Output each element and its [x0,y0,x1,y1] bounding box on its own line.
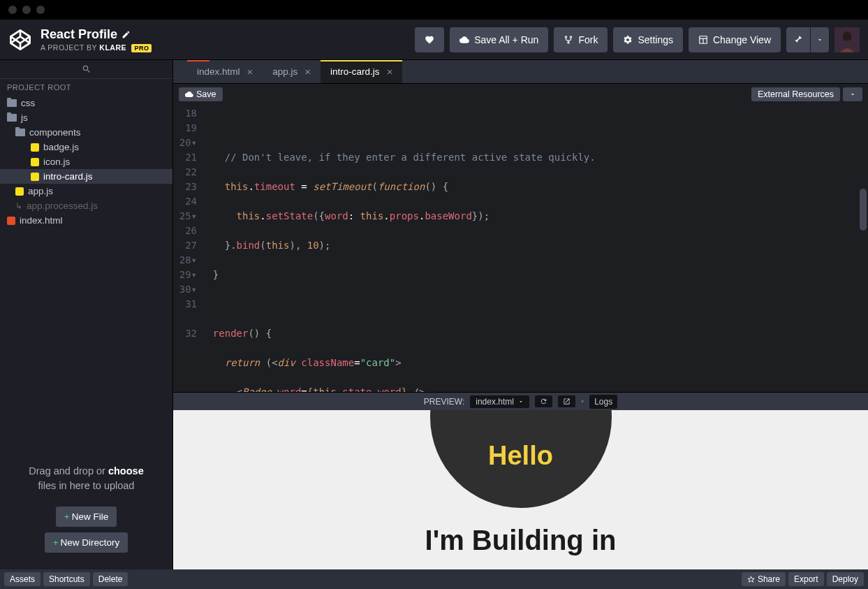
refresh-icon [540,398,547,405]
heart-icon [425,35,434,45]
pin-dropdown[interactable] [811,27,829,52]
file-app-processed-js[interactable]: ↳app.processed.js [0,198,172,213]
folder-icon [7,99,17,107]
project-root-label: PROJECT ROOT [0,79,172,96]
shortcuts-button[interactable]: Shortcuts [43,572,90,586]
traffic-light-close[interactable] [8,6,17,14]
tab-index-html[interactable]: index.html× [187,60,263,83]
project-byline: A PROJECT BY Klare PRO [41,43,152,52]
preview-label: PREVIEW: [424,397,464,407]
share-button[interactable]: Share [742,572,786,586]
preview-pane: Hello I'm Building in [173,410,868,569]
js-file-icon [15,187,24,196]
settings-button[interactable]: Settings [613,27,683,52]
delete-button[interactable]: Delete [93,572,128,586]
deploy-button[interactable]: Deploy [827,572,864,586]
code-editor[interactable]: 181920▾2122232425▾262728▾29▾30▾31 32 // … [173,105,868,392]
chevron-down-icon [518,399,524,405]
star-icon [747,576,755,583]
new-file-button[interactable]: +New File [56,507,117,527]
close-icon[interactable]: × [387,66,393,78]
drop-zone[interactable]: Drag and drop or choose files in here to… [0,450,172,570]
separator-dot: • [581,397,584,407]
cloud-icon [185,90,193,99]
cloud-icon [459,35,469,45]
html-file-icon [7,217,15,225]
pro-badge: PRO [131,44,152,52]
file-index-html[interactable]: index.html [0,213,172,228]
save-run-button[interactable]: Save All + Run [450,27,548,52]
editor-toolbar: Save External Resources [173,84,868,105]
preview-heading: I'm Building in [425,525,617,556]
project-title[interactable]: React Profile [41,27,152,42]
chevron-down-icon [849,91,856,98]
pin-button[interactable] [786,27,810,52]
gear-icon [623,35,633,45]
tab-intro-card-js[interactable]: intro-card.js× [321,60,402,83]
folder-css[interactable]: css [0,96,172,110]
close-icon[interactable]: × [247,66,253,78]
preview-badge-text: Hello [488,441,553,471]
vertical-scrollbar[interactable] [860,189,867,231]
folder-icon [7,114,17,122]
new-directory-button[interactable]: +New Directory [45,532,128,553]
external-link-icon [563,398,571,405]
window-titlebar [0,0,868,20]
traffic-light-minimize[interactable] [22,6,31,14]
fork-button[interactable]: Fork [554,27,608,52]
fork-icon [564,35,573,45]
processed-file-icon: ↳ [15,201,22,211]
preview-toolbar: PREVIEW: index.html • Logs [173,392,868,410]
editor-tabs: index.html× app.js× intro-card.js× [173,60,868,84]
layout-icon [698,35,708,45]
app-header: React Profile A PROJECT BY Klare PRO Sav… [0,20,868,60]
change-view-button[interactable]: Change View [689,27,781,52]
editor-options-dropdown[interactable] [843,87,862,101]
sidebar: PROJECT ROOT css js components badge.js … [0,60,173,569]
avatar[interactable] [834,27,860,52]
refresh-button[interactable] [535,395,552,407]
folder-js[interactable]: js [0,110,172,125]
file-intro-card-js[interactable]: intro-card.js [0,169,172,184]
js-file-icon [31,143,39,152]
pin-icon [793,35,803,45]
file-icon-js[interactable]: icon.js [0,154,172,169]
tab-app-js[interactable]: app.js× [263,60,321,83]
open-external-button[interactable] [558,395,575,407]
codepen-logo[interactable] [8,28,32,52]
close-icon[interactable]: × [304,66,311,78]
pencil-icon [122,30,131,39]
folder-components[interactable]: components [0,125,172,140]
js-file-icon [31,173,39,181]
logs-button[interactable]: Logs [589,395,617,409]
line-gutter: 181920▾2122232425▾262728▾29▾30▾31 32 [173,105,201,392]
file-badge-js[interactable]: badge.js [0,140,172,154]
traffic-light-zoom[interactable] [36,6,45,14]
file-app-js[interactable]: app.js [0,184,172,198]
code-content[interactable]: // Don't leave, if they enter a differen… [201,105,868,392]
search-icon[interactable] [82,64,91,74]
heart-button[interactable] [415,27,444,52]
folder-icon [15,129,25,136]
save-button[interactable]: Save [179,87,223,101]
preview-badge-circle: Hello [430,410,612,508]
js-file-icon [31,158,39,166]
external-resources-button[interactable]: External Resources [751,87,840,101]
footer-bar: Assets Shortcuts Delete Share Export Dep… [0,569,868,589]
preview-file-select[interactable]: index.html [470,395,529,408]
chevron-down-icon [816,36,823,43]
export-button[interactable]: Export [788,572,824,586]
assets-button[interactable]: Assets [4,572,41,586]
